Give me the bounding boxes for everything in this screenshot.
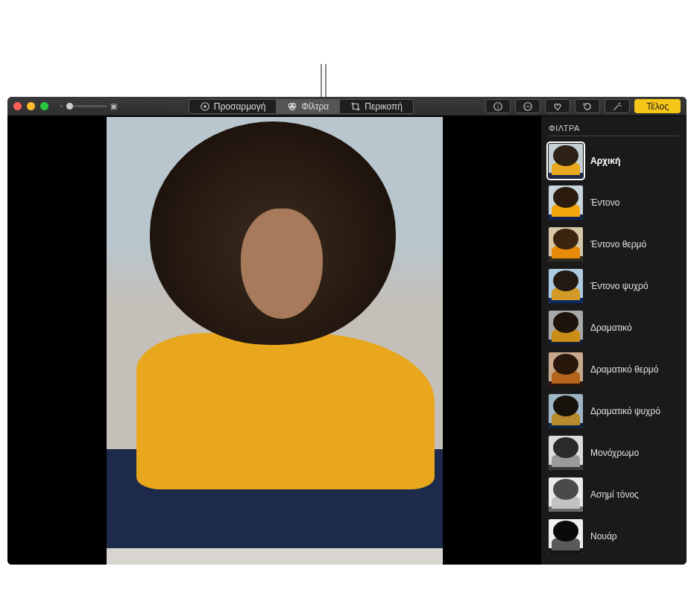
- filter-label: Μονόχρωμο: [590, 448, 639, 458]
- filter-item[interactable]: Έντονο ψυχρό: [549, 269, 679, 303]
- filter-label: Νουάρ: [590, 531, 617, 542]
- zoom-fit-icon: ▣: [110, 102, 117, 110]
- filter-thumbnail: [549, 519, 583, 553]
- sidebar-title: ΦΙΛΤΡΑ: [549, 124, 679, 136]
- filter-item[interactable]: Έντονο θερμό: [549, 227, 679, 261]
- filter-thumbnail: [549, 269, 583, 303]
- done-button[interactable]: Τέλος: [634, 99, 681, 113]
- filter-thumbnail: [549, 144, 583, 178]
- filter-label: Έντονο ψυχρό: [590, 281, 649, 291]
- filter-label: Έντονο θερμό: [590, 239, 646, 250]
- window-controls: [13, 102, 48, 110]
- wand-icon: [612, 101, 622, 112]
- svg-text:i: i: [497, 103, 499, 109]
- crop-icon: [350, 101, 361, 112]
- edit-mode-tabs: Προσαρμογή Φίλτρα Περικοπή: [189, 99, 414, 114]
- filter-thumbnail: [549, 436, 583, 470]
- info-icon: i: [493, 101, 503, 112]
- filter-label: Έντονο: [590, 197, 619, 208]
- app-window: ▫ ▣ Προσαρμογή Φίλτρα Περικοπή i: [7, 97, 687, 565]
- zoom-out-icon: ▫: [60, 102, 63, 110]
- toolbar-right: i Τέλος: [485, 99, 681, 113]
- filter-thumbnail: [549, 185, 583, 220]
- filter-item[interactable]: Έντονο: [549, 185, 679, 220]
- svg-point-9: [528, 106, 529, 107]
- filter-label: Δραματικό: [590, 323, 632, 333]
- tab-filters-label: Φίλτρα: [301, 101, 329, 112]
- toolbar: ▫ ▣ Προσαρμογή Φίλτρα Περικοπή i: [7, 97, 687, 116]
- tab-crop-label: Περικοπή: [365, 101, 403, 112]
- editor-content: ΦΙΛΤΡΑ ΑρχικήΈντονοΈντονο θερμόΈντονο ψυ…: [7, 116, 687, 565]
- filter-label: Αρχική: [590, 156, 620, 166]
- filter-thumbnail: [549, 477, 583, 512]
- svg-point-8: [526, 106, 527, 107]
- filter-thumbnail: [549, 394, 583, 428]
- heart-icon: [552, 101, 563, 112]
- filter-item[interactable]: Δραματικό θερμό: [549, 352, 679, 387]
- filter-item[interactable]: Νουάρ: [549, 519, 679, 553]
- tab-adjust[interactable]: Προσαρμογή: [189, 100, 277, 113]
- filter-label: Δραματικό θερμό: [590, 364, 658, 375]
- filter-item[interactable]: Αρχική: [549, 144, 679, 178]
- tab-crop[interactable]: Περικοπή: [340, 100, 413, 113]
- canvas-area[interactable]: [7, 116, 541, 565]
- done-label: Τέλος: [646, 101, 669, 112]
- tab-filters[interactable]: Φίλτρα: [277, 100, 340, 113]
- photo-preview: [107, 117, 443, 565]
- rotate-button[interactable]: [575, 99, 600, 113]
- filter-label: Ασημί τόνος: [590, 489, 639, 500]
- tab-adjust-label: Προσαρμογή: [214, 101, 266, 112]
- close-window-button[interactable]: [13, 102, 22, 110]
- filter-item[interactable]: Δραματικό: [549, 311, 679, 345]
- filter-list: ΑρχικήΈντονοΈντονο θερμόΈντονο ψυχρόΔραμ…: [549, 144, 679, 553]
- svg-point-1: [204, 105, 206, 108]
- more-button[interactable]: [515, 99, 540, 113]
- auto-enhance-button[interactable]: [605, 99, 630, 113]
- minimize-window-button[interactable]: [27, 102, 35, 110]
- info-button[interactable]: i: [485, 99, 511, 113]
- adjust-icon: [200, 101, 210, 112]
- filters-icon: [287, 101, 297, 112]
- filter-item[interactable]: Δραματικό ψυχρό: [549, 394, 679, 428]
- zoom-slider[interactable]: ▫ ▣: [60, 102, 117, 110]
- filters-sidebar: ΦΙΛΤΡΑ ΑρχικήΈντονοΈντονο θερμόΈντονο ψυ…: [541, 116, 687, 565]
- filter-item[interactable]: Μονόχρωμο: [549, 436, 679, 470]
- svg-point-10: [529, 106, 531, 107]
- rotate-icon: [582, 101, 593, 112]
- filter-thumbnail: [549, 227, 583, 261]
- more-icon: [523, 101, 533, 112]
- favorite-button[interactable]: [545, 99, 570, 113]
- fullscreen-window-button[interactable]: [40, 102, 48, 110]
- filter-label: Δραματικό ψυχρό: [590, 406, 660, 416]
- filter-item[interactable]: Ασημί τόνος: [549, 477, 679, 512]
- filter-thumbnail: [549, 311, 583, 345]
- filter-thumbnail: [549, 352, 583, 387]
